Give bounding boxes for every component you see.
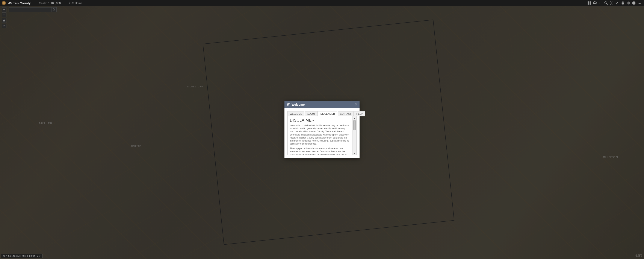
disclaimer-paragraph-1: Information contained within this websit… bbox=[290, 124, 350, 145]
tab-help[interactable]: HELP bbox=[354, 111, 365, 116]
tab-contact[interactable]: CONTACT bbox=[338, 111, 354, 116]
tab-content-container: DISCLAIMER Information contained within … bbox=[288, 116, 356, 155]
scroll-up-button[interactable]: ▴ bbox=[353, 116, 356, 120]
dialog-header[interactable]: W Welcome ✕ bbox=[284, 101, 360, 108]
dialog-body: WELCOME ABOUT DISCLAIMER CONTACT HELP DI… bbox=[284, 108, 360, 158]
tab-disclaimer[interactable]: DISCLAIMER bbox=[318, 111, 337, 116]
scrollbar[interactable]: ▴ ▾ bbox=[352, 116, 356, 155]
disclaimer-heading: DISCLAIMER bbox=[290, 118, 350, 123]
dialog-title: Welcome bbox=[292, 103, 354, 106]
scroll-down-button[interactable]: ▾ bbox=[353, 151, 356, 155]
welcome-dialog: W Welcome ✕ WELCOME ABOUT DISCLAIMER CON… bbox=[284, 101, 360, 158]
modal-overlay: W Welcome ✕ WELCOME ABOUT DISCLAIMER CON… bbox=[0, 0, 644, 259]
wave-logo-small-icon: W bbox=[286, 102, 290, 107]
dialog-tabs: WELCOME ABOUT DISCLAIMER CONTACT HELP bbox=[288, 111, 356, 116]
dialog-close-button[interactable]: ✕ bbox=[354, 102, 358, 107]
tab-welcome[interactable]: WELCOME bbox=[288, 111, 304, 116]
disclaimer-content: DISCLAIMER Information contained within … bbox=[288, 116, 352, 155]
tab-about[interactable]: ABOUT bbox=[305, 111, 318, 116]
scroll-thumb[interactable] bbox=[353, 120, 356, 130]
disclaimer-paragraph-2: The map parcel lines shown are approxima… bbox=[290, 147, 350, 155]
